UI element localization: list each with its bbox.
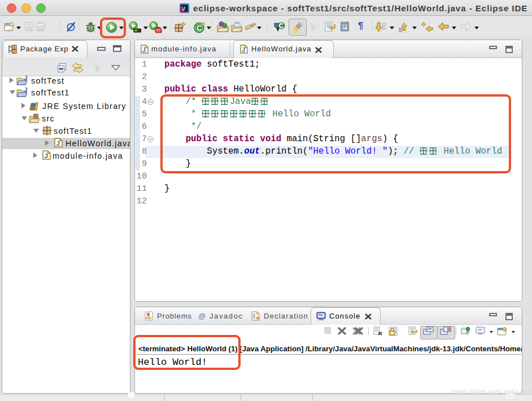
svg-text:J: J [142, 46, 146, 53]
svg-text:IJ: IJ [182, 6, 185, 10]
svg-text:J: J [24, 88, 28, 93]
svg-text:J: J [56, 140, 60, 147]
svg-text:J: J [242, 46, 245, 53]
svg-text:{: { [253, 313, 255, 319]
svg-text:J: J [24, 76, 28, 81]
svg-text:J: J [44, 152, 49, 159]
svg-text:C: C [197, 24, 202, 32]
